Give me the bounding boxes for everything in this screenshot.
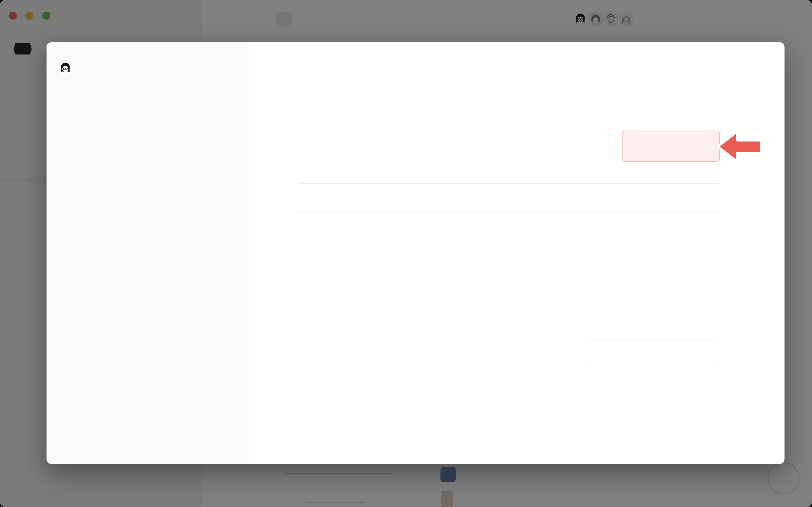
workspace-creation-dropdown[interactable] (703, 291, 714, 304)
tutorial-arrow (715, 127, 764, 166)
chevron-down-icon (707, 294, 714, 301)
table-top-border (298, 183, 719, 184)
divider (298, 97, 719, 97)
settings-modal (47, 42, 784, 464)
notion-window (0, 0, 812, 507)
no-workspaces-button[interactable] (585, 341, 718, 364)
settings-sidebar (47, 42, 249, 464)
divider (298, 450, 719, 450)
table-header-border (298, 213, 719, 213)
add-domain-button[interactable] (622, 130, 720, 162)
user-avatar (57, 61, 73, 77)
plus-icon (664, 141, 674, 151)
